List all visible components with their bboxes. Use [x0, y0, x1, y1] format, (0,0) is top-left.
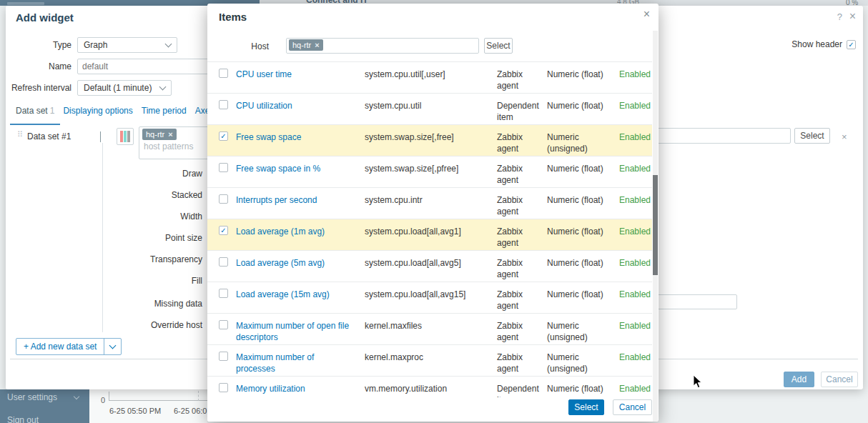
table-row[interactable]: ✓ Free swap space system.swap.size[,free…	[207, 125, 652, 156]
row-checkbox[interactable]	[219, 194, 228, 204]
item-key: system.cpu.load[all,avg15]	[365, 289, 492, 313]
swatch-stripe	[124, 131, 127, 142]
table-row[interactable]: Load average (5m avg) system.cpu.load[al…	[207, 251, 652, 282]
table-row[interactable]: Free swap space in % system.swap.size[,p…	[207, 156, 652, 188]
tag-remove-icon[interactable]: ×	[168, 129, 172, 139]
item-patterns-select-button[interactable]: Select	[794, 128, 830, 144]
swatch-stripe	[120, 131, 123, 142]
row-checkbox[interactable]	[219, 352, 228, 361]
item-info-type: Numeric (float)	[547, 100, 617, 124]
data-set-color-swatch[interactable]	[117, 128, 134, 145]
row-checkbox[interactable]	[219, 289, 228, 298]
sidebar-item-user-settings[interactable]: User settings	[7, 392, 79, 402]
item-key: system.cpu.util[,user]	[365, 69, 492, 93]
collapse-chevron-icon[interactable]	[100, 131, 101, 141]
status-badge: Enabled	[617, 194, 651, 219]
item-name-link[interactable]: Maximum number of processes	[236, 352, 350, 376]
draw-label: Draw	[113, 169, 202, 179]
item-name-link[interactable]: Load average (5m avg)	[236, 257, 350, 282]
refresh-interval-select[interactable]: Default (1 minute)	[77, 80, 172, 96]
status-badge: Enabled	[617, 100, 651, 124]
item-key: system.cpu.load[all,avg5]	[365, 257, 492, 282]
item-type: Zabbix agent	[497, 131, 541, 156]
remove-row-icon[interactable]: ×	[842, 131, 847, 142]
row-checkbox[interactable]	[219, 163, 228, 172]
graph-y-zero-label: 0	[101, 396, 105, 404]
row-checkbox[interactable]	[219, 320, 228, 329]
tag-remove-icon[interactable]: ×	[315, 40, 319, 50]
item-key: system.cpu.util	[365, 100, 492, 124]
help-icon[interactable]: ?	[837, 11, 842, 22]
table-row[interactable]: CPU user time system.cpu.util[,user] Zab…	[207, 62, 652, 94]
item-info-type: Numeric (unsigned)	[547, 352, 617, 376]
table-row[interactable]: Interrupts per second system.cpu.intr Za…	[207, 188, 652, 219]
host-pattern-tag: hq-rtr×	[142, 129, 177, 140]
table-row[interactable]: Maximum number of open file descriptors …	[207, 314, 652, 345]
item-key: kernel.maxfiles	[365, 320, 492, 344]
item-name-link[interactable]: Load average (1m avg)	[236, 226, 350, 250]
row-checkbox[interactable]: ✓	[219, 131, 228, 141]
tab-time-period[interactable]: Time period	[142, 106, 187, 120]
row-checkbox[interactable]	[219, 69, 228, 78]
mouse-cursor	[693, 374, 703, 389]
cancel-button[interactable]: Cancel	[613, 399, 652, 415]
add-new-data-set-button[interactable]: + Add new data set	[16, 338, 122, 355]
type-select[interactable]: Graph	[77, 37, 177, 53]
item-key: kernel.maxproc	[365, 352, 492, 376]
item-info-type: Numeric (float)	[547, 163, 617, 187]
table-row[interactable]: CPU utilization system.cpu.util Dependen…	[207, 94, 652, 125]
add-button[interactable]: Add	[784, 372, 814, 387]
plus-icon: +	[24, 342, 29, 352]
status-badge: Enabled	[617, 69, 651, 93]
show-header-checkbox[interactable]: ✓	[847, 40, 856, 49]
items-table: CPU user time system.cpu.util[,user] Zab…	[207, 61, 652, 408]
item-name-link[interactable]: CPU utilization	[236, 100, 350, 124]
host-tag: hq-rtr×	[289, 39, 323, 51]
item-key: system.swap.size[,free]	[365, 131, 492, 156]
show-header-row: Show header ✓	[791, 39, 856, 49]
host-label: Host	[207, 41, 269, 51]
host-select-button[interactable]: Select	[484, 38, 513, 54]
row-checkbox[interactable]	[219, 383, 228, 392]
select-button[interactable]: Select	[568, 399, 604, 415]
type-label: Type	[6, 40, 71, 50]
close-icon[interactable]: ×	[849, 10, 856, 23]
item-name-link[interactable]: CPU user time	[236, 69, 350, 93]
cancel-button[interactable]: Cancel	[821, 372, 858, 387]
clipped-menu-text	[7, 2, 44, 5]
item-name-link[interactable]: Free swap space	[236, 131, 350, 156]
table-row[interactable]: Maximum number of processes kernel.maxpr…	[207, 345, 652, 377]
row-checkbox[interactable]	[219, 100, 228, 109]
row-checkbox[interactable]	[219, 257, 228, 267]
add-data-set-menu-chevron[interactable]	[104, 339, 121, 354]
item-name-link[interactable]: Load average (15m avg)	[236, 289, 350, 313]
item-type: Zabbix agent	[497, 226, 541, 250]
tab-bar: Data set1 Displaying options Time period…	[16, 106, 214, 120]
item-name-link[interactable]: Maximum number of open file descriptors	[236, 320, 350, 344]
table-row[interactable]: ✓ Load average (1m avg) system.cpu.load[…	[207, 219, 652, 251]
item-info-type: Numeric (float)	[547, 226, 617, 250]
modal-title: Items	[219, 11, 247, 23]
table-row[interactable]: Load average (15m avg) system.cpu.load[a…	[207, 282, 652, 314]
tab-data-set[interactable]: Data set1	[16, 106, 54, 120]
tab-displaying-options[interactable]: Displaying options	[63, 106, 132, 120]
item-name-link[interactable]: Free swap space in %	[236, 163, 350, 187]
host-multiselect[interactable]: hq-rtr×	[286, 38, 479, 54]
override-host-label: Override host	[113, 320, 202, 330]
scrollbar-thumb[interactable]	[653, 175, 658, 275]
sidebar: User settings Sign out	[0, 389, 89, 423]
sidebar-item-sign-out[interactable]: Sign out	[7, 415, 39, 423]
item-info-type: Numeric (float)	[547, 194, 617, 219]
screen: Connect and H 4.8 GB 0 % User settings S…	[0, 0, 868, 423]
scrollbar-track[interactable]	[653, 31, 658, 422]
item-key: system.swap.size[,pfree]	[365, 163, 492, 187]
status-badge: Enabled	[617, 289, 651, 313]
drag-handle-icon[interactable]: ⠿	[17, 130, 22, 139]
close-icon[interactable]: ×	[643, 8, 650, 21]
row-checkbox[interactable]: ✓	[219, 226, 228, 235]
refresh-interval-label: Refresh interval	[6, 83, 71, 93]
item-info-type: Numeric (float)	[547, 257, 617, 282]
transparency-label: Transparency	[113, 254, 202, 264]
item-name-link[interactable]: Interrupts per second	[236, 194, 350, 219]
items-modal: Items × Host hq-rtr× Select CPU user tim…	[207, 4, 659, 422]
